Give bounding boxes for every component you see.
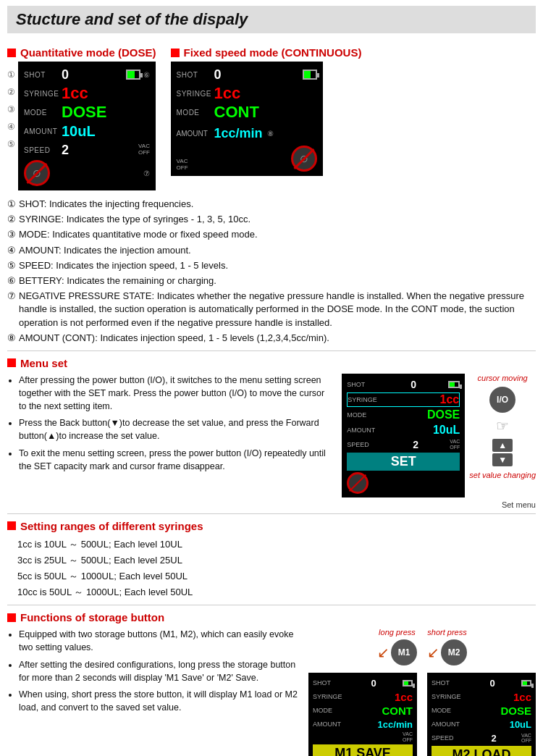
ann-num-3: ③ xyxy=(7,228,16,241)
ann-text-8: AMOUNT (CONT): Indicates injection speed… xyxy=(19,332,329,345)
m2-syringe-label: SYRINGE xyxy=(432,693,466,700)
ann-num-6: ⑥ xyxy=(7,274,16,287)
annotation-7: ⑦ NEGATIVE PRESSURE STATE: Indicates whe… xyxy=(7,290,536,329)
quantitative-label: Quantitative mode (DOSE) xyxy=(20,46,156,59)
number-labels-left: ① ② ③ ④ ⑤ xyxy=(7,62,15,153)
fixed-speed-display-wrapper: SHOT 0 SYRINGE 1cc MODE CONT xyxy=(171,62,362,176)
annotation-3: ③ MODE: Indicates quantitative mode or f… xyxy=(7,228,536,241)
m1-amount-value: 1cc/min xyxy=(378,719,413,730)
set-menu-label: Set menu xyxy=(502,500,536,509)
set-amount-row: AMOUNT 10uL xyxy=(347,423,460,437)
cont-syringe-row: SYRINGE 1cc xyxy=(177,85,317,102)
fixed-speed-column: Fixed speed mode (CONTINUOUS) SHOT 0 SYR… xyxy=(171,41,362,190)
m2-amount-label: AMOUNT xyxy=(432,721,466,728)
page-container: Stucture and set of the dispaly Quantita… xyxy=(0,0,543,756)
m1-shot-value: 0 xyxy=(371,678,376,689)
set-value-changing-label: set value changing xyxy=(469,471,536,479)
menu-bullet-1: After pressing the power button (I/O), i… xyxy=(19,374,332,413)
ann-num-1: ① xyxy=(7,198,16,211)
set-shot-label: SHOT xyxy=(347,381,382,388)
set-neg-pressure-icon xyxy=(347,472,369,494)
dose-amount-label: AMOUNT xyxy=(24,127,62,135)
cont-syringe-label: SYRINGE xyxy=(177,90,214,98)
ranges-header: Setting ranges of different syringes xyxy=(7,520,536,532)
down-arrow-btn[interactable]: ▼ xyxy=(492,453,513,466)
ann-num-4: ④ xyxy=(7,244,16,257)
ranges-section: Setting ranges of different syringes 1cc… xyxy=(7,520,536,600)
menu-bullet-3: To exit the menu setting screen, press t… xyxy=(19,447,332,473)
set-battery-icon xyxy=(448,381,460,388)
functions-label: Functions of storage button xyxy=(20,611,164,623)
m1-amount-row: AMOUNT 1cc/min xyxy=(313,718,413,731)
range-line-1: 1cc is 10UL ～ 500UL; Each level 10UL xyxy=(17,539,182,550)
functions-header: Functions of storage button xyxy=(7,611,536,623)
dose-shot-value: 0 xyxy=(62,67,123,83)
m2-syringe-row: SYRINGE 1cc xyxy=(432,690,531,703)
m1-amount-label: AMOUNT xyxy=(313,721,348,728)
storage-row: long press ↙ M1 short press ↙ M2 xyxy=(377,628,467,665)
m1-button[interactable]: M1 xyxy=(391,639,417,665)
menu-set-label: Menu set xyxy=(20,357,67,369)
cont-lcd-screen: SHOT 0 SYRINGE 1cc MODE CONT xyxy=(171,62,323,176)
num-3: ③ xyxy=(7,101,15,118)
menu-set-text: After pressing the power button (I/O), i… xyxy=(7,374,332,509)
m1-syringe-value: 1cc xyxy=(395,691,413,703)
dose-amount-row: AMOUNT 10uL xyxy=(24,122,150,140)
displays-row: Quantitative mode (DOSE) ① ② ③ ④ ⑤ SHOT … xyxy=(7,41,536,190)
num-7-label: ⑦ xyxy=(143,169,150,177)
negative-pressure-icon: ⊙ xyxy=(24,160,50,186)
io-arrows-column: cursor moving I/O ☞ ▲ ▼ set value changi… xyxy=(469,374,536,479)
fixed-speed-label: Fixed speed mode (CONTINUOUS) xyxy=(184,46,362,59)
m2-button[interactable]: M2 xyxy=(441,639,467,665)
set-amount-label: AMOUNT xyxy=(347,427,382,434)
dose-speed-label: SPEED xyxy=(24,146,62,154)
m1-mode-value: CONT xyxy=(382,705,413,717)
red-square-icon-2 xyxy=(171,49,180,57)
functions-section: Functions of storage button Equipped wit… xyxy=(7,611,536,756)
m1-shot-row: SHOT 0 xyxy=(313,676,413,689)
m2-speed-label: SPEED xyxy=(432,734,466,742)
functions-red-square xyxy=(7,613,16,622)
page-title: Stucture and set of the dispaly xyxy=(16,10,527,29)
long-press-label: long press xyxy=(379,628,416,637)
m2-vac-off: VACOFF xyxy=(521,733,531,744)
ann-num-5: ⑤ xyxy=(7,259,16,272)
ann-text-3: MODE: Indicates quantitative mode or fix… xyxy=(19,228,258,241)
set-syringe-row: SYRINGE 1cc xyxy=(347,392,460,407)
num-6-label: ⑥ xyxy=(143,71,150,79)
m2-syringe-value: 1cc xyxy=(513,691,531,703)
num-8-label: ⑧ xyxy=(267,130,274,138)
m2-shot-label: SHOT xyxy=(432,679,466,686)
dose-lcd-bottom: ⊙ ⑦ xyxy=(24,160,150,186)
ann-num-7: ⑦ xyxy=(7,290,16,303)
io-button[interactable]: I/O xyxy=(489,387,515,413)
m2-amount-value: 10uL xyxy=(510,719,531,730)
func-bullet-1: Equipped with two storage buttons (M1, M… xyxy=(19,628,298,654)
cont-shot-row: SHOT 0 xyxy=(177,66,317,83)
cont-shot-value: 0 xyxy=(214,67,300,83)
set-amount-value: 10uL xyxy=(433,424,460,437)
dose-vac-off: VACOFF xyxy=(138,143,150,156)
quantitative-column: Quantitative mode (DOSE) ① ② ③ ④ ⑤ SHOT … xyxy=(7,41,156,190)
set-mode-row: MODE DOSE xyxy=(347,408,460,422)
functions-layout: Equipped with two storage buttons (M1, M… xyxy=(7,628,536,756)
menu-set-red-square xyxy=(7,358,16,367)
set-lcd-screen: SHOT 0 SYRINGE 1cc MODE DOSE AMOUNT 1 xyxy=(342,374,465,497)
m2-load-lcd: SHOT 0 SYRINGE 1cc MODE DOSE xyxy=(427,673,536,756)
menu-set-section: After pressing the power button (I/O), i… xyxy=(7,374,536,509)
dose-speed-row: SPEED 2 VACOFF xyxy=(24,141,150,159)
cont-mode-label: MODE xyxy=(177,109,214,117)
m2-speed-value: 2 xyxy=(491,733,496,744)
up-arrow-btn[interactable]: ▲ xyxy=(492,439,513,452)
range-line-2: 3cc is 25UL ～ 500UL; Each level 25UL xyxy=(17,555,182,566)
m2-speed-row: SPEED 2 VACOFF xyxy=(432,731,531,744)
m1-syringe-row: SYRINGE 1cc xyxy=(313,690,413,703)
m1-hand-icon: ↙ xyxy=(377,644,390,661)
m2-load-column: SHOT 0 SYRINGE 1cc MODE DOSE xyxy=(427,673,536,756)
dose-syringe-value: 1cc xyxy=(62,84,150,103)
short-press-label: short press xyxy=(427,628,466,637)
ann-text-7: NEGATIVE PRESSURE STATE: Indicates wheth… xyxy=(19,290,536,329)
m2-battery xyxy=(521,680,531,686)
ann-text-5: SPEED: Indicates the injection speed, 1 … xyxy=(19,259,228,272)
m1-mode-row: MODE CONT xyxy=(313,704,413,717)
